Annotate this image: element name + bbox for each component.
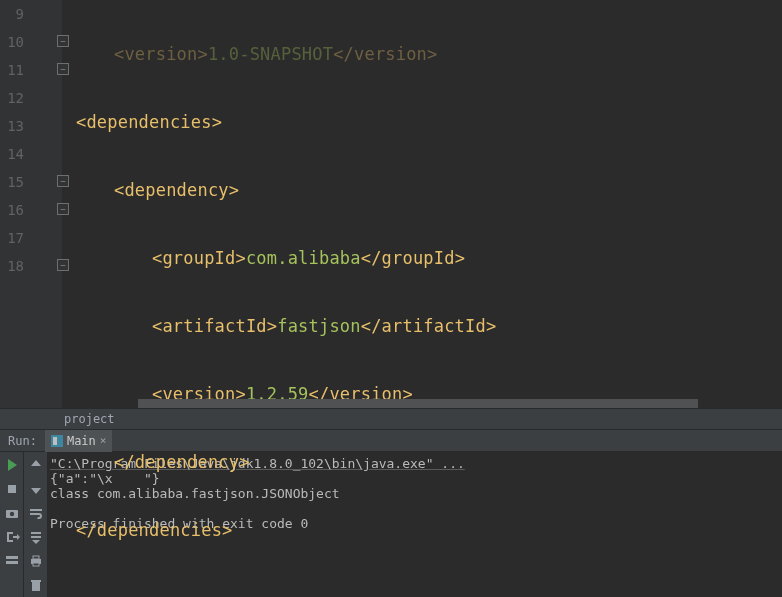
svg-rect-9 [31, 580, 41, 582]
rerun-icon[interactable] [3, 456, 21, 474]
soft-wrap-icon[interactable] [27, 504, 45, 522]
up-icon[interactable] [27, 456, 45, 474]
run-label: Run: [0, 434, 45, 448]
stop-icon[interactable] [3, 480, 21, 498]
svg-rect-8 [32, 582, 40, 591]
svg-point-2 [9, 512, 13, 516]
line-number: 10 [7, 35, 62, 49]
line-number: 12 [7, 91, 62, 105]
svg-rect-4 [6, 561, 18, 564]
line-number: 16 [7, 203, 62, 217]
line-number: 17 [7, 231, 62, 245]
run-actions-rail [0, 452, 24, 597]
line-number: 11 [7, 63, 62, 77]
svg-rect-7 [33, 563, 39, 566]
run-config-icon [51, 435, 63, 447]
gutter: 9 10 11 12 13 14 15 16 17 18 [0, 0, 62, 408]
line-number: 18 [7, 259, 62, 273]
layout-icon[interactable] [3, 552, 21, 570]
line-number: 15 [7, 175, 62, 189]
line-number: 13 [7, 119, 62, 133]
line-number: 14 [7, 147, 62, 161]
print-icon[interactable] [27, 552, 45, 570]
exit-icon[interactable] [3, 528, 21, 546]
down-icon[interactable] [27, 480, 45, 498]
horizontal-scrollbar[interactable] [138, 399, 698, 408]
trash-icon[interactable] [27, 576, 45, 594]
svg-rect-6 [33, 556, 39, 559]
camera-icon[interactable] [3, 504, 21, 522]
editor[interactable]: 9 10 11 12 13 14 15 16 17 18 <version>1.… [0, 0, 782, 408]
code-area[interactable]: <version>1.0-SNAPSHOT</version> <depende… [62, 0, 782, 408]
console-actions-rail [24, 452, 48, 597]
svg-rect-3 [6, 556, 18, 559]
scroll-end-icon[interactable] [27, 528, 45, 546]
svg-rect-0 [8, 485, 16, 493]
line-number: 9 [16, 7, 62, 21]
